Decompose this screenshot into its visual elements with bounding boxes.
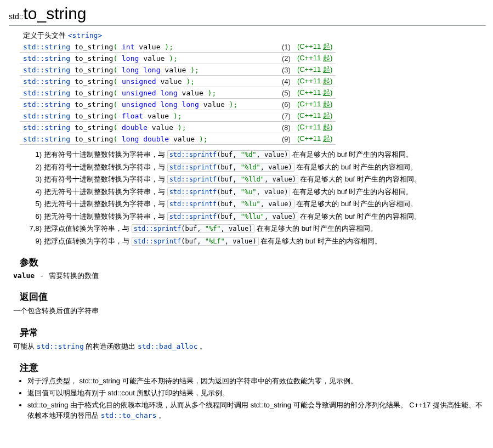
description-number: 1) <box>25 149 42 160</box>
declaration-version: (C++11 起) <box>294 122 336 133</box>
section-return-heading: 返回值 <box>20 291 486 303</box>
description-number: 4) <box>25 186 42 197</box>
declaration-signature: std::string to_string( long value ); <box>20 53 279 64</box>
param-row: value - 需要转换的数值 <box>13 271 486 281</box>
link-return-type[interactable]: std::string <box>23 43 70 51</box>
description-row: 4)把无符号十进制整数转换为字符串，与 std::sprintf(buf, "%… <box>25 186 469 197</box>
declaration-signature: std::string to_string( unsigned value ); <box>20 76 279 87</box>
link-return-type[interactable]: std::string <box>23 66 70 74</box>
param-name: value <box>13 271 35 280</box>
declaration-row: std::string to_string( unsigned long lon… <box>20 99 336 110</box>
link-cxx11[interactable]: 起 <box>323 42 330 50</box>
declaration-version: (C++11 起) <box>294 110 336 122</box>
return-text: 一个包含转换后值的字符串 <box>13 305 486 316</box>
link-return-type[interactable]: std::string <box>23 89 70 97</box>
link-return-type[interactable]: std::string <box>23 77 70 86</box>
link-return-type[interactable]: std::string <box>23 123 70 132</box>
link-return-type[interactable]: std::string <box>23 112 70 120</box>
declaration-version: (C++11 起) <box>294 133 336 145</box>
link-return-type[interactable]: std::string <box>23 100 70 109</box>
notes-list: 对于浮点类型， std::to_string 可能产生不期待的结果，因为返回的字… <box>19 376 486 421</box>
declaration-signature: std::string to_string( unsigned long lon… <box>20 99 279 110</box>
description-number: 7,8) <box>25 223 42 234</box>
link-cxx11[interactable]: 起 <box>323 65 330 73</box>
declaration-row: std::string to_string( float value );(7)… <box>20 110 336 122</box>
description-number: 2) <box>25 162 42 173</box>
description-row: 3)把有符号十进制整数转换为字符串，与 std::sprintf(buf, "%… <box>25 174 469 185</box>
section-params-heading: 参数 <box>20 256 486 269</box>
declaration-row: std::string to_string( double value );(8… <box>20 122 336 133</box>
description-row: 9)把浮点值转换为字符串，与 std::sprintf(buf, "%Lf", … <box>25 236 469 247</box>
code-inline: std::sprintf(buf, "%u", value) <box>167 188 291 196</box>
header-link[interactable]: <string> <box>68 31 103 39</box>
param-desc: 需要转换的数值 <box>49 271 99 280</box>
link-cxx11[interactable]: 起 <box>323 100 330 108</box>
declaration-row: std::string to_string( long long value )… <box>20 64 336 76</box>
link-cxx11[interactable]: 起 <box>323 111 330 120</box>
declaration-signature: std::string to_string( double value ); <box>20 122 279 133</box>
title-prefix: std:: <box>9 12 23 21</box>
declaration-signature: std::string to_string( int value ); <box>20 41 279 53</box>
link-sprintf[interactable]: std::sprintf <box>134 237 182 245</box>
description-row: 6)把无符号十进制整数转换为字符串，与 std::sprintf(buf, "%… <box>25 211 469 222</box>
link-std-string[interactable]: std::string <box>37 342 84 350</box>
declaration-signature: std::string to_string( long double value… <box>20 133 279 145</box>
description-number: 9) <box>25 236 42 247</box>
declaration-number: (6) <box>279 99 294 110</box>
declaration-row: std::string to_string( int value );(1)(C… <box>20 41 336 53</box>
declaration-signature: std::string to_string( float value ); <box>20 110 279 122</box>
link-return-type[interactable]: std::string <box>23 54 70 63</box>
description-row: 1)把有符号十进制整数转换为字符串，与 std::sprintf(buf, "%… <box>25 149 469 160</box>
link-bad-alloc[interactable]: std::bad_alloc <box>138 342 198 350</box>
declaration-version: (C++11 起) <box>294 64 336 76</box>
declaration-signature: std::string to_string( unsigned long val… <box>20 87 279 99</box>
description-row: 5)把无符号十进制整数转换为字符串，与 std::sprintf(buf, "%… <box>25 199 469 209</box>
link-sprintf[interactable]: std::sprintf <box>169 200 217 208</box>
declaration-number: (8) <box>279 122 294 133</box>
declaration-row: std::string to_string( unsigned value );… <box>20 76 336 87</box>
declaration-table: 定义于头文件 <string> std::string to_string( i… <box>20 30 336 145</box>
link-sprintf[interactable]: std::sprintf <box>169 163 217 171</box>
code-inline: std::sprintf(buf, "%f", value) <box>132 224 255 233</box>
description-number: 6) <box>25 211 42 222</box>
link-sprintf[interactable]: std::sprintf <box>169 151 217 158</box>
link-to-chars[interactable]: std::to_chars <box>101 411 157 419</box>
note-item: 返回值可以明显地有别于 std::cout 所默认打印的结果，见示例。 <box>27 388 486 398</box>
declaration-version: (C++11 起) <box>294 41 336 53</box>
declaration-number: (3) <box>279 64 294 76</box>
note-item: std::to_string 由于格式化目的依赖本地环境，从而从多个线程同时调用… <box>27 400 486 420</box>
header-defined-in: 定义于头文件 <string> <box>20 30 336 41</box>
link-sprintf[interactable]: std::sprintf <box>134 225 182 232</box>
description-list: 1)把有符号十进制整数转换为字符串，与 std::sprintf(buf, "%… <box>25 149 469 246</box>
link-sprintf[interactable]: std::sprintf <box>169 175 217 183</box>
note-item: 对于浮点类型， std::to_string 可能产生不期待的结果，因为返回的字… <box>27 376 486 386</box>
link-sprintf[interactable]: std::sprintf <box>169 213 217 220</box>
declaration-version: (C++11 起) <box>294 99 336 110</box>
code-inline: std::sprintf(buf, "%Lf", value) <box>132 237 259 246</box>
declaration-number: (7) <box>279 110 294 122</box>
title-name: to_string <box>23 4 86 22</box>
link-cxx11[interactable]: 起 <box>323 88 330 97</box>
link-cxx11[interactable]: 起 <box>323 54 330 62</box>
except-text: 可能从 std::string 的构造函数抛出 std::bad_alloc 。 <box>13 341 486 352</box>
code-inline: std::sprintf(buf, "%lld", value) <box>167 175 298 184</box>
description-row: 7,8)把浮点值转换为字符串，与 std::sprintf(buf, "%f",… <box>25 223 469 234</box>
link-cxx11[interactable]: 起 <box>323 77 330 85</box>
description-number: 3) <box>25 174 42 185</box>
declaration-version: (C++11 起) <box>294 53 336 64</box>
section-notes-heading: 注意 <box>20 361 486 374</box>
declaration-number: (9) <box>279 133 294 145</box>
link-return-type[interactable]: std::string <box>23 135 70 143</box>
link-cxx11[interactable]: 起 <box>323 123 330 131</box>
declaration-number: (2) <box>279 53 294 64</box>
link-sprintf[interactable]: std::sprintf <box>169 188 217 196</box>
declaration-row: std::string to_string( unsigned long val… <box>20 87 336 99</box>
code-inline: std::sprintf(buf, "%d", value) <box>167 150 291 159</box>
link-cxx11[interactable]: 起 <box>323 134 330 143</box>
declaration-row: std::string to_string( long double value… <box>20 133 336 145</box>
description-number: 5) <box>25 199 42 209</box>
declaration-number: (5) <box>279 87 294 99</box>
declaration-version: (C++11 起) <box>294 87 336 99</box>
declaration-row: std::string to_string( long value );(2)(… <box>20 53 336 64</box>
code-inline: std::sprintf(buf, "%ld", value) <box>167 163 294 172</box>
